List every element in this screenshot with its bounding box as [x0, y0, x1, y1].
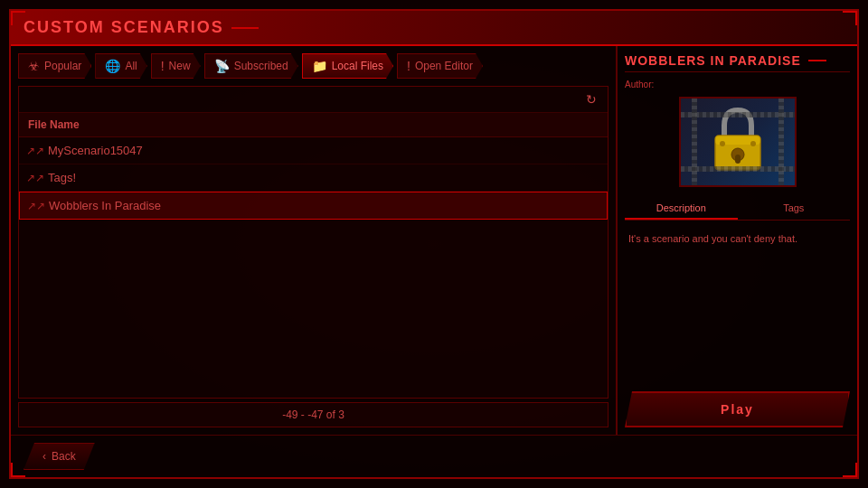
editor-icon: ! — [407, 59, 410, 73]
row-icon-0: ↗↗ — [26, 145, 41, 157]
antenna-icon: 📡 — [214, 59, 230, 73]
globe-icon: 🌐 — [105, 59, 120, 73]
page-title: CUSTOM SCENARIOS — [24, 18, 224, 37]
folder-icon: 📁 — [312, 59, 327, 73]
exclaim-icon: ! — [161, 59, 165, 73]
tab-subscribed[interactable]: 📡 Subscribed — [204, 53, 298, 79]
refresh-button[interactable]: ↻ — [582, 90, 600, 108]
row-name-1: Tags! — [48, 171, 600, 184]
corner-decoration-bl — [11, 463, 25, 477]
content-area: ☣ Popular 🌐 All ! New 📡 Subscribed 📁 — [11, 46, 857, 435]
corner-decoration-tl — [11, 11, 25, 25]
header: CUSTOM SCENARIOS — [11, 11, 857, 46]
pagination-bar: -49 - -47 of 3 — [18, 402, 609, 427]
detail-tab-tags[interactable]: Tags — [738, 198, 851, 220]
column-filename-header: File Name — [28, 118, 580, 131]
description-content: It's a scenario and you can't deny that. — [628, 233, 797, 244]
tab-local-files[interactable]: 📁 Local Files — [302, 53, 393, 79]
lock-background — [681, 99, 795, 185]
biohazard-icon: ☣ — [28, 59, 40, 73]
detail-title-text: WOBBLERS IN PARADISE — [625, 53, 801, 68]
scenario-table: ↻ File Name ↗↗ MyScenario15047 ↗↗ Tags! — [18, 86, 609, 399]
tab-all[interactable]: 🌐 All — [95, 53, 146, 79]
detail-description-text: It's a scenario and you can't deny that. — [625, 228, 850, 391]
bottom-bar: ‹ Back — [11, 435, 857, 477]
header-decoration — [231, 27, 259, 29]
detail-author-label: Author: — [625, 80, 850, 89]
detail-tab-bar: Description Tags — [625, 198, 850, 221]
right-panel: WOBBLERS IN PARADISE Author: — [618, 46, 857, 435]
main-window: CUSTOM SCENARIOS ☣ Popular 🌐 All ! New — [9, 9, 859, 479]
chain-left — [692, 99, 697, 185]
svg-point-5 — [750, 141, 756, 146]
pagination-text: -49 - -47 of 3 — [282, 408, 344, 421]
corner-decoration-tr — [843, 11, 857, 25]
tab-popular[interactable]: ☣ Popular — [18, 53, 91, 79]
svg-point-4 — [720, 141, 725, 146]
tab-open-editor-label: Open Editor — [415, 60, 473, 72]
tab-popular-label: Popular — [44, 60, 81, 72]
tab-bar: ☣ Popular 🌐 All ! New 📡 Subscribed 📁 — [18, 53, 609, 79]
table-row[interactable]: ↗↗ Wobblers In Paradise — [19, 192, 608, 220]
table-row[interactable]: ↗↗ Tags! — [19, 164, 608, 192]
play-button[interactable]: Play — [625, 391, 850, 427]
row-icon-2: ↗↗ — [27, 200, 42, 212]
scenario-image — [679, 97, 797, 187]
back-icon: ‹ — [42, 450, 46, 463]
tab-all-label: All — [125, 60, 137, 72]
tab-local-files-label: Local Files — [332, 60, 383, 72]
tab-new-label: New — [169, 60, 191, 72]
svg-rect-3 — [735, 155, 741, 164]
back-button[interactable]: ‹ Back — [24, 443, 95, 470]
detail-tab-description-label: Description — [656, 202, 706, 213]
row-name-0: MyScenario15047 — [48, 144, 600, 157]
table-header: File Name — [19, 113, 608, 137]
back-label: Back — [52, 450, 76, 463]
row-name-2: Wobblers In Paradise — [49, 199, 599, 212]
detail-tab-description[interactable]: Description — [625, 198, 738, 220]
tab-open-editor[interactable]: ! Open Editor — [397, 53, 483, 79]
tab-new[interactable]: ! New — [151, 53, 201, 79]
chain-right — [778, 99, 784, 185]
tab-subscribed-label: Subscribed — [234, 60, 288, 72]
detail-title: WOBBLERS IN PARADISE — [625, 53, 850, 72]
author-label: Author: — [625, 80, 654, 89]
detail-title-deco — [808, 60, 826, 61]
table-rows: ↗↗ MyScenario15047 ↗↗ Tags! ↗↗ Wobblers … — [19, 137, 608, 398]
table-toolbar: ↻ — [19, 87, 608, 113]
table-row[interactable]: ↗↗ MyScenario15047 — [19, 137, 608, 164]
corner-decoration-br — [843, 463, 857, 477]
row-icon-1: ↗↗ — [26, 172, 41, 184]
detail-tab-tags-label: Tags — [783, 202, 804, 213]
left-panel: ☣ Popular 🌐 All ! New 📡 Subscribed 📁 — [11, 46, 618, 435]
